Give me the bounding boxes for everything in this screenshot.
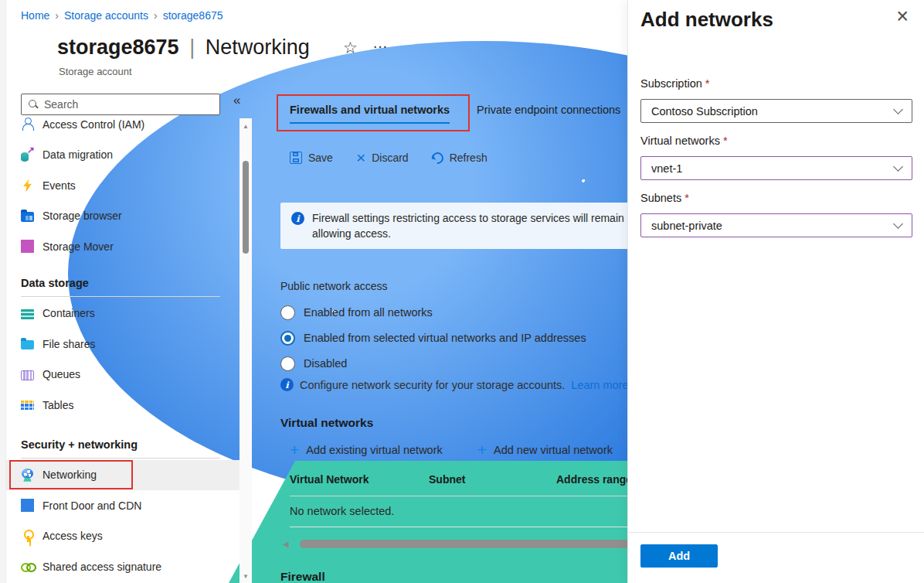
- section-header: Data storage: [6, 274, 241, 292]
- resource-name: storage8675: [57, 36, 179, 59]
- sidebar-menu: Access Control (IAM) Data migration Even…: [6, 116, 241, 583]
- breadcrumb-separator-icon: ›: [154, 9, 158, 22]
- search-icon: [28, 99, 39, 110]
- radio-label: Enabled from all networks: [304, 306, 433, 319]
- firewall-heading: Firewall: [280, 570, 325, 583]
- radio-button-icon[interactable]: [280, 356, 295, 371]
- discard-button[interactable]: × Discard: [356, 152, 409, 164]
- save-icon: [290, 152, 302, 164]
- dropdown-value: subnet-private: [651, 220, 722, 232]
- required-asterisk: *: [685, 192, 689, 204]
- sidebar-item-label: Tables: [42, 399, 73, 411]
- refresh-button[interactable]: Refresh: [432, 152, 487, 164]
- refresh-icon: [430, 149, 446, 165]
- sidebar-search: [21, 94, 220, 115]
- command-bar: Save × Discard Refresh: [290, 152, 487, 164]
- radio-label: Enabled from selected virtual networks a…: [304, 332, 586, 344]
- sidebar-scrollbar-thumb[interactable]: [243, 161, 249, 254]
- scroll-left-icon[interactable]: ◀: [283, 540, 289, 548]
- subnets-dropdown[interactable]: subnet-private: [640, 213, 912, 237]
- discard-label: Discard: [372, 152, 408, 164]
- tab-private-endpoint-connections[interactable]: Private endpoint connections: [477, 104, 620, 124]
- sidebar-item-tables[interactable]: Tables: [6, 390, 241, 421]
- add-existing-virtual-network-button[interactable]: + Add existing virtual network: [290, 444, 443, 456]
- hint-text: Configure network security for your stor…: [300, 379, 565, 391]
- action-label: Add new virtual network: [494, 444, 613, 456]
- file-shares-icon: [21, 340, 34, 349]
- plus-icon: +: [290, 444, 299, 456]
- scroll-down-icon[interactable]: ▼: [239, 573, 252, 580]
- column-header-virtual-network: Virtual Network: [290, 473, 429, 486]
- storage-browser-icon: [21, 212, 34, 222]
- containers-icon: [21, 309, 34, 319]
- iam-icon: [21, 118, 34, 131]
- tables-icon: [21, 401, 34, 411]
- events-icon: [21, 179, 34, 192]
- learn-more-link[interactable]: Learn more: [571, 379, 628, 391]
- breadcrumb-link-storage-accounts[interactable]: Storage accounts: [64, 9, 148, 22]
- sidebar-item-file-shares[interactable]: File shares: [6, 329, 241, 360]
- sidebar-item-label: Networking: [42, 469, 97, 481]
- network-security-hint: i Configure network security for your st…: [280, 378, 628, 391]
- add-networks-panel: Add networks × Subscription* Contoso Sub…: [627, 0, 924, 583]
- sidebar-item-label: Queues: [42, 368, 80, 380]
- section-header: Security + networking: [6, 436, 241, 453]
- sidebar-item-data-migration[interactable]: Data migration: [6, 140, 241, 171]
- tab-firewalls-and-virtual-networks[interactable]: Firewalls and virtual networks: [290, 104, 450, 124]
- collapse-sidebar-button[interactable]: «: [233, 93, 240, 108]
- virtual-networks-actions: + Add existing virtual network + Add new…: [290, 444, 613, 456]
- close-icon[interactable]: ×: [896, 6, 909, 27]
- radio-button-selected-icon[interactable]: [280, 331, 295, 346]
- sidebar-item-access-control-iam[interactable]: Access Control (IAM): [6, 116, 241, 140]
- radio-enabled-all-networks[interactable]: Enabled from all networks: [280, 304, 586, 321]
- radio-disabled[interactable]: Disabled: [280, 355, 586, 372]
- save-button[interactable]: Save: [290, 152, 333, 164]
- sidebar-item-label: Data migration: [42, 148, 113, 161]
- sidebar-item-shared-access-signature[interactable]: Shared access signature: [6, 551, 241, 582]
- tab-bar: Firewalls and virtual networks Private e…: [290, 104, 620, 124]
- add-new-virtual-network-button[interactable]: + Add new virtual network: [477, 444, 613, 456]
- save-label: Save: [308, 152, 333, 164]
- sidebar-item-storage-browser[interactable]: Storage browser: [6, 201, 241, 232]
- section-divider: [21, 458, 220, 459]
- sidebar-item-containers[interactable]: Containers: [6, 298, 241, 329]
- subscription-dropdown[interactable]: Contoso Subscription: [640, 99, 912, 123]
- front-door-icon: [21, 499, 34, 512]
- radio-enabled-selected-networks[interactable]: Enabled from selected virtual networks a…: [280, 329, 586, 346]
- chevron-down-icon: [893, 104, 903, 114]
- plus-icon: +: [477, 444, 487, 456]
- resource-type-label: Storage account: [59, 66, 132, 77]
- page-title: storage8675 | Networking: [57, 36, 310, 60]
- dropdown-value: vnet-1: [651, 162, 682, 175]
- sidebar-item-storage-mover[interactable]: Storage Mover: [6, 231, 241, 262]
- sidebar-item-networking[interactable]: Networking: [6, 460, 241, 491]
- radio-button-icon[interactable]: [280, 305, 295, 320]
- panel-title: Add networks: [640, 8, 773, 32]
- breadcrumb-separator-icon: ›: [55, 9, 59, 22]
- virtual-networks-field-label: Virtual networks*: [640, 135, 728, 147]
- breadcrumb: Home › Storage accounts › storage8675: [21, 9, 223, 22]
- sidebar-item-front-door-cdn[interactable]: Front Door and CDN: [6, 490, 241, 521]
- virtual-networks-dropdown[interactable]: vnet-1: [640, 156, 912, 180]
- breadcrumb-link-storage8675[interactable]: storage8675: [163, 9, 223, 22]
- field-label-text: Subnets: [640, 192, 681, 204]
- column-header-subnet: Subnet: [429, 473, 556, 486]
- add-button[interactable]: Add: [640, 544, 718, 568]
- sidebar-item-access-keys[interactable]: Access keys: [6, 521, 241, 552]
- search-input[interactable]: [44, 98, 219, 111]
- sidebar-item-events[interactable]: Events: [6, 170, 241, 201]
- sidebar-item-label: Shared access signature: [42, 561, 161, 573]
- sidebar-scrollbar[interactable]: ▲ ▼: [239, 118, 252, 583]
- chevron-down-icon: [893, 219, 903, 229]
- shared-access-signature-icon: [21, 560, 34, 573]
- subscription-field-label: Subscription*: [640, 77, 709, 90]
- scroll-up-icon[interactable]: ▲: [239, 123, 252, 130]
- breadcrumb-link-home[interactable]: Home: [21, 9, 49, 22]
- tab-label: Private endpoint connections: [477, 104, 620, 116]
- sidebar-item-label: Access Control (IAM): [42, 118, 144, 131]
- left-gutter: [0, 0, 6, 583]
- active-tab-underline: [290, 122, 450, 124]
- sidebar-item-queues[interactable]: Queues: [6, 360, 241, 390]
- refresh-label: Refresh: [450, 152, 487, 164]
- access-keys-icon: [21, 530, 34, 543]
